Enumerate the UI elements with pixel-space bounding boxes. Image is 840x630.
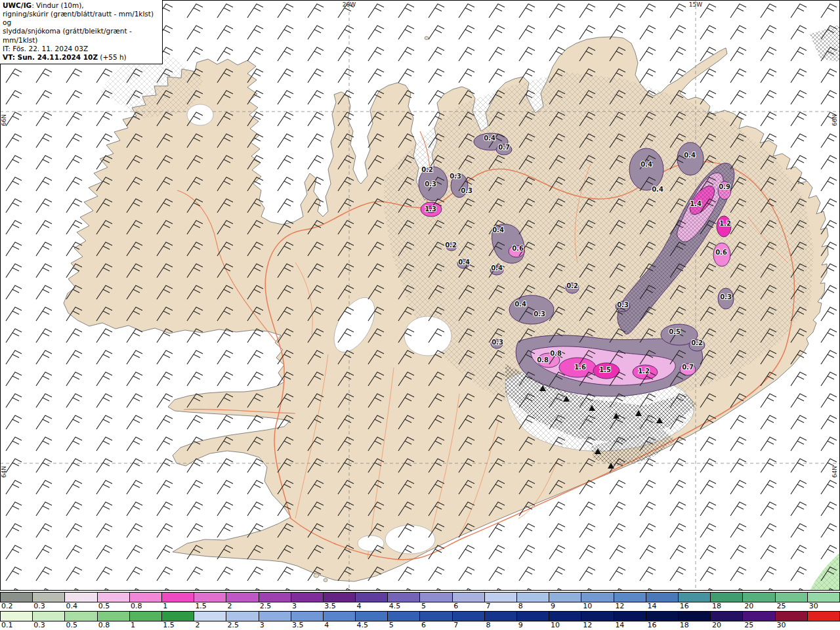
- legend-tick-label: 0.1: [0, 621, 13, 629]
- sleet-snow-colorbar: [0, 592, 840, 602]
- legend-tick-label: 3: [291, 602, 297, 610]
- legend-tick-label: 12: [581, 621, 592, 629]
- legend-tick-label: 10: [581, 602, 592, 610]
- legend-tick-label: 2.5: [226, 621, 240, 629]
- legend-color-segment: [776, 612, 808, 621]
- legend-color-segment: [259, 593, 291, 602]
- title-line-2: rigning/skúrir (grænt/blátt/rautt - mm/1…: [3, 10, 159, 27]
- legend-color-segment: [646, 593, 679, 602]
- contour-value-label: 0.5: [669, 328, 681, 335]
- legend-tick-label: 6: [452, 602, 458, 610]
- title-text: : Vindur (10m),: [32, 1, 84, 9]
- contour-value-label: 0.3: [461, 187, 472, 194]
- legend-color-segment: [517, 612, 549, 621]
- legend-color-segment: [388, 593, 420, 602]
- legend-tick-label: 1.5: [161, 621, 175, 629]
- legend-tick-label: 2: [194, 621, 200, 629]
- contour-value-label: 0.6: [715, 249, 727, 256]
- legend-tick-label: 0.8: [129, 602, 142, 610]
- legend-color-segment: [679, 593, 711, 602]
- contour-value-label: 0.9: [719, 183, 730, 190]
- legend-tick-label: 5: [420, 602, 426, 610]
- legend-tick-label: 9: [549, 602, 555, 610]
- legend-tick-label: 7: [452, 621, 458, 629]
- legend-color-segment: [65, 593, 97, 602]
- legend-tick-label: 0.3: [32, 602, 45, 610]
- legend-tick-label: 2: [226, 602, 232, 610]
- legend-tick-label: 30: [808, 602, 818, 610]
- contour-value-label: 1.2: [719, 220, 731, 227]
- legend-tick-label: 7: [484, 602, 490, 610]
- title-line-1: UWC/IG: Vindur (10m),: [3, 1, 159, 10]
- contour-value-label: 1.4: [690, 200, 702, 207]
- legend-color-segment: [98, 593, 130, 602]
- legend-tick-label: 1.5: [194, 602, 207, 610]
- contour-value-label: 0.2: [566, 282, 578, 289]
- contour-value-label: 0.8: [550, 350, 562, 357]
- legend-tick-label: 18: [679, 621, 689, 629]
- map-canvas: 0.40.70.20.30.30.31.30.40.40.41.40.91.20…: [0, 0, 840, 591]
- contour-value-label: 0.7: [682, 364, 694, 371]
- legend-color-segment: [388, 612, 420, 621]
- legend-color-segment: [711, 612, 743, 621]
- legend-color-segment: [226, 612, 259, 621]
- legend-color-segment: [420, 612, 452, 621]
- legend-color-segment: [194, 612, 226, 621]
- legend-area: 0.20.30.40.50.811.522.533.544.5567891012…: [0, 591, 840, 630]
- legend-tick-label: 0.5: [64, 621, 77, 629]
- legend-color-segment: [549, 593, 581, 602]
- legend-tick-label: 3.5: [291, 621, 304, 629]
- legend-tick-label: 3.5: [323, 602, 336, 610]
- legend-color-segment: [98, 612, 130, 621]
- legend-tick-label: 25: [743, 621, 753, 629]
- contour-value-label: 0.4: [484, 135, 495, 142]
- legend-tick-label: 1: [161, 602, 167, 610]
- legend-color-segment: [549, 612, 581, 621]
- contour-value-label: 0.4: [492, 226, 504, 234]
- legend-tick-label: 14: [646, 602, 657, 610]
- legend-color-segment: [453, 593, 485, 602]
- contour-value-label: 0.3: [720, 293, 732, 301]
- legend-color-segment: [485, 593, 517, 602]
- legend-tick-label: 9: [517, 621, 523, 629]
- parallel-label-64n-right: 64N: [831, 466, 838, 478]
- legend-color-segment: [485, 612, 517, 621]
- legend-color-segment: [356, 593, 388, 602]
- legend-tick-label: 0.2: [0, 602, 13, 610]
- legend-tick-label: 30: [776, 621, 786, 629]
- contour-value-label: 0.3: [425, 180, 436, 188]
- legend-color-segment: [743, 593, 775, 602]
- contour-value-label: 0.4: [491, 264, 503, 272]
- legend-color-segment: [291, 612, 324, 621]
- contour-value-label: 0.4: [458, 259, 470, 266]
- init-time: IT: Fös. 22. 11. 2024 03Z: [3, 45, 159, 53]
- legend-color-segment: [614, 593, 646, 602]
- legend-tick-label: 25: [776, 602, 786, 610]
- legend-color-segment: [162, 593, 194, 602]
- legend-tick-label: 10: [549, 621, 560, 629]
- parallel-label-66n-right: 66N: [831, 114, 838, 126]
- legend-color-segment: [259, 612, 291, 621]
- legend-rain: 0.10.30.50.811.522.533.544.5567891012141…: [0, 611, 840, 630]
- legend-tick-label: 4.5: [356, 621, 369, 629]
- title-line-3: slydda/snjókoma (grátt/bleikt/grænt - mm…: [3, 27, 159, 44]
- contour-value-label: 0.8: [537, 356, 549, 364]
- contour-value-label: 0.4: [514, 301, 526, 308]
- legend-tick-label: 0.5: [97, 602, 110, 610]
- sleet-snow-tick-row: 0.20.30.40.50.811.522.533.544.5567891012…: [0, 602, 840, 611]
- contour-value-label: 0.3: [492, 339, 503, 346]
- contour-value-label: 0.7: [498, 144, 510, 151]
- legend-color-segment: [291, 593, 324, 602]
- legend-color-segment: [581, 612, 614, 621]
- legend-tick-label: 3: [259, 621, 264, 629]
- legend-tick-label: 1: [129, 621, 135, 629]
- map-title-box: UWC/IG: Vindur (10m), rigning/skúrir (gr…: [0, 0, 163, 64]
- legend-color-segment: [1, 612, 33, 621]
- meridian-label-20w: 20W: [343, 1, 356, 8]
- wind-barb-layer: [0, 0, 840, 591]
- legend-tick-label: 2.5: [259, 602, 272, 610]
- legend-tick-label: 0.8: [97, 621, 110, 629]
- rain-colorbar: [0, 611, 840, 621]
- meridian-label-15w: 15W: [689, 1, 702, 8]
- legend-tick-label: 4: [323, 621, 329, 629]
